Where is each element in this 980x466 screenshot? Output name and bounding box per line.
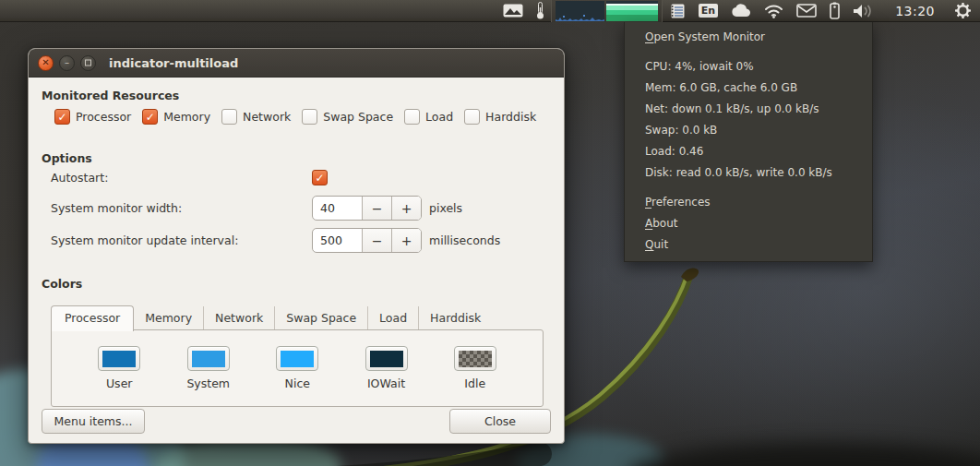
monitor-width-row: System monitor width: 40 − + pixels [51,196,462,221]
menu-item-open-system-monitor[interactable]: Open System Monitor [625,27,872,48]
keyboard-layout-badge: En [699,4,718,18]
menu-separator [625,48,872,56]
sound-indicator[interactable] [846,0,881,22]
system-color-chip [192,351,225,367]
autostart-checkbox[interactable]: ✓ [312,170,328,185]
user-color-button[interactable] [98,346,140,371]
tab-network[interactable]: Network [204,306,275,330]
check-icon: ✓ [57,111,66,124]
network-indicator[interactable] [758,0,790,22]
clock-indicator[interactable]: 13:20 [881,0,949,22]
nice-color-label: Nice [285,376,310,390]
battery-icon [830,2,840,19]
checkbox-box [404,109,420,125]
photo-icon [503,4,523,18]
checkbox-memory[interactable]: ✓ Memory [142,109,210,125]
nice-color-button[interactable] [276,346,318,371]
checkbox-swap-space[interactable]: Swap Space [302,109,393,125]
monitor-width-spinbox: 40 − + [312,196,422,221]
screenshot-indicator[interactable] [496,0,530,22]
update-interval-value[interactable]: 500 [313,233,362,247]
options-heading: Options [42,151,92,165]
power-indicator[interactable] [823,0,846,22]
window-content: Monitored Resources ✓ Processor ✓ Memory… [29,78,564,444]
minimize-window-button[interactable]: – [59,55,75,71]
messaging-indicator[interactable] [790,0,823,22]
notes-indicator[interactable] [663,0,692,22]
system-color-label: System [186,376,230,390]
tab-swap-space[interactable]: Swap Space [275,306,368,330]
idle-color-label: Idle [464,376,485,390]
tab-processor[interactable]: Processor [51,305,134,331]
update-interval-label: System monitor update interval: [51,233,312,247]
checkbox-network[interactable]: Network [221,109,291,125]
checkbox-box [464,109,480,125]
checkbox-harddisk[interactable]: Harddisk [464,109,536,125]
thermometer-icon [536,2,544,19]
iowait-color-label: IOWait [367,376,405,390]
iowait-color-chip [370,351,403,367]
monitor-width-increment-button[interactable]: + [391,196,421,221]
titlebar[interactable]: ✕ – indicator-multiload [29,49,564,78]
system-color-button[interactable] [187,346,230,371]
menu-items-button[interactable]: Menu items... [42,409,145,434]
tab-harddisk[interactable]: Harddisk [419,306,492,330]
menu-separator [625,184,872,192]
checkbox-box [221,109,237,125]
volume-icon [853,4,875,18]
notebook-icon [669,3,686,19]
iowait-color-button[interactable] [365,346,408,371]
monitored-resources-row: ✓ Processor ✓ Memory Network Swap Space … [54,109,536,125]
menu-item-swap-stat[interactable]: Swap: 0.0 kB [625,120,872,141]
swatch-cell-iowait: IOWait [365,346,408,390]
update-interval-increment-button[interactable]: + [391,228,421,253]
menu-item-disk-stat[interactable]: Disk: read 0.0 kB/s, write 0.0 kB/s [625,162,872,184]
close-button[interactable]: Close [449,409,551,434]
top-panel: En [0,0,980,22]
checkbox-processor[interactable]: ✓ Processor [54,109,131,125]
weather-indicator[interactable] [724,0,758,22]
check-icon: ✓ [315,172,324,185]
autostart-row: Autostart: ✓ [51,170,328,185]
session-indicator[interactable] [949,0,980,22]
idle-color-button[interactable] [454,346,496,371]
system-tray: En [496,0,980,22]
preferences-window: ✕ – indicator-multiload Monitored Resour… [28,48,565,444]
checkbox-load[interactable]: Load [404,109,453,125]
checkbox-box: ✓ [142,109,158,125]
menu-item-mem-stat[interactable]: Mem: 6.0 GB, cache 6.0 GB [625,78,872,99]
clock-text: 13:20 [888,4,942,18]
monitor-width-decrement-button[interactable]: − [362,196,391,221]
window-title: indicator-multiload [109,56,238,70]
multiload-dropdown-menu: Open System Monitor CPU: 4%, iowait 0% M… [624,22,873,262]
keyboard-layout-indicator[interactable]: En [692,0,724,22]
monitor-width-value[interactable]: 40 [313,201,362,215]
idle-color-chip [459,351,492,367]
menu-item-quit[interactable]: Quit [625,234,872,256]
close-window-button[interactable]: ✕ [38,55,54,71]
menu-item-preferences[interactable]: Preferences [625,192,872,213]
check-icon: ✓ [146,111,155,124]
menu-item-cpu-stat[interactable]: CPU: 4%, iowait 0% [625,56,872,78]
monitored-resources-heading: Monitored Resources [42,89,179,102]
sensors-indicator[interactable] [530,0,551,22]
colors-heading: Colors [42,277,82,291]
multiload-indicator[interactable] [551,0,663,22]
colors-tabbar: Processor Memory Network Swap Space Load… [51,306,492,330]
update-interval-row: System monitor update interval: 500 − + … [51,228,500,253]
menu-item-about[interactable]: About [625,213,872,234]
update-interval-decrement-button[interactable]: − [362,228,391,253]
checkbox-box: ✓ [312,170,328,185]
swatch-cell-idle: Idle [454,346,496,390]
swatch-cell-nice: Nice [276,346,318,390]
autostart-label: Autostart: [51,171,312,185]
cloud-icon [731,4,751,18]
monitor-width-label: System monitor width: [51,201,312,215]
menu-item-net-stat[interactable]: Net: down 0.1 kB/s, up 0.0 kB/s [625,99,872,120]
tab-load[interactable]: Load [368,306,419,330]
maximize-window-button[interactable] [80,55,96,71]
cpu-graph [556,1,604,21]
nice-color-chip [281,351,314,367]
tab-memory[interactable]: Memory [134,306,204,330]
menu-item-load-stat[interactable]: Load: 0.46 [625,141,872,162]
